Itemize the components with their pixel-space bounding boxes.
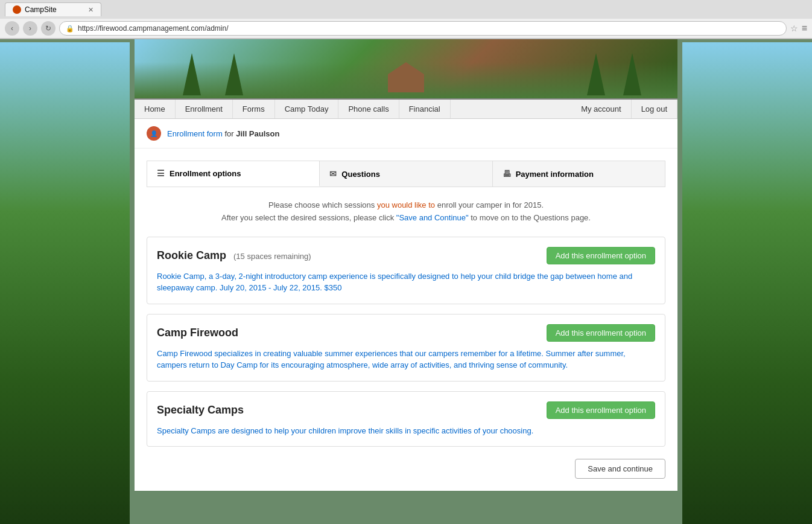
option-card-rookie-camp: Rookie Camp (15 spaces remaining) Add th… xyxy=(147,237,665,304)
nav-bar: Home Enrollment Forms Camp Today Phone c… xyxy=(135,100,677,119)
tab-title: CampSite xyxy=(25,5,57,14)
url-path: /admin/ xyxy=(205,24,228,33)
nav-link-log-out[interactable]: Log out xyxy=(632,100,677,118)
instruction-line1: Please choose which sessions you would l… xyxy=(147,199,665,212)
browser-tab[interactable]: CampSite ✕ xyxy=(5,2,101,16)
enrollment-form-link[interactable]: Enrollment form xyxy=(167,129,223,138)
url-domain: firewood.campmanagement.com xyxy=(100,24,205,33)
option-card-camp-firewood: Camp Firewood Add this enrollment option… xyxy=(147,314,665,382)
instruction-line2-link: "Save and Continue" xyxy=(396,213,469,222)
tree-decoration-4 xyxy=(623,53,641,95)
browser-toolbar: ‹ › ↻ 🔒 https://firewood.campmanagement.… xyxy=(0,19,812,39)
nav-link-enrollment[interactable]: Enrollment xyxy=(176,100,233,118)
option-card-specialty-camps: Specialty Camps Add this enrollment opti… xyxy=(147,391,665,447)
user-avatar: 👤 xyxy=(147,126,161,141)
url-protocol: https:// xyxy=(78,24,100,33)
nav-link-my-account[interactable]: My account xyxy=(571,100,631,118)
option-subtitle-rookie: (15 spaces remaining) xyxy=(233,252,311,261)
center-wrapper: Home Enrollment Forms Camp Today Phone c… xyxy=(0,39,812,491)
instruction-line1-before: Please choose which sessions xyxy=(268,200,377,209)
save-area: Save and continue xyxy=(147,459,665,479)
site-header-image xyxy=(135,39,677,100)
tab-payment-information[interactable]: 🖶 Payment information xyxy=(493,161,665,187)
enrollment-header: 👤 Enrollment form for Jill Paulson xyxy=(135,119,677,149)
tab-questions[interactable]: ✉ Questions xyxy=(320,161,492,187)
option-card-header-firewood: Camp Firewood Add this enrollment option xyxy=(157,324,655,342)
instruction-line1-after: enroll your camper in for 2015. xyxy=(435,200,544,209)
back-button[interactable]: ‹ xyxy=(5,21,19,36)
nav-link-forms[interactable]: Forms xyxy=(233,100,275,118)
instruction-line2-after: to move on to the Questions page. xyxy=(469,213,591,222)
tab-enrollment-options[interactable]: ☰ Enrollment options xyxy=(147,161,320,187)
nav-link-camp-today[interactable]: Camp Today xyxy=(275,100,339,118)
option-title-group-rookie: Rookie Camp (15 spaces remaining) xyxy=(157,249,311,262)
instruction-line2-before: After you select the desired sessions, p… xyxy=(221,213,396,222)
payment-icon: 🖶 xyxy=(503,169,511,179)
add-specialty-camps-button[interactable]: Add this enrollment option xyxy=(547,401,655,419)
nav-links-left: Home Enrollment Forms Camp Today Phone c… xyxy=(135,100,571,118)
tab-close-btn[interactable]: ✕ xyxy=(88,6,94,14)
main-container: Home Enrollment Forms Camp Today Phone c… xyxy=(135,39,677,491)
refresh-button[interactable]: ↻ xyxy=(41,21,56,36)
enrollment-options-icon: ☰ xyxy=(157,168,165,178)
option-title-group-firewood: Camp Firewood xyxy=(157,327,238,339)
option-description-specialty: Specialty Camps are designed to help you… xyxy=(157,425,655,437)
save-and-continue-button[interactable]: Save and continue xyxy=(575,459,665,479)
content-area: 👤 Enrollment form for Jill Paulson ☰ Enr… xyxy=(135,119,677,491)
instruction-line2: After you select the desired sessions, p… xyxy=(147,212,665,225)
forward-button[interactable]: › xyxy=(23,21,37,36)
tree-decoration-3 xyxy=(587,53,605,95)
tree-decoration-2 xyxy=(225,53,243,95)
cabin-decoration xyxy=(388,62,424,92)
questions-icon: ✉ xyxy=(329,169,337,179)
nav-link-home[interactable]: Home xyxy=(135,100,176,118)
address-bar[interactable]: 🔒 https://firewood.campmanagement.com/ad… xyxy=(59,21,787,36)
tab-payment-label: Payment information xyxy=(516,170,594,179)
option-description-rookie: Rookie Camp, a 3-day, 2-night introducto… xyxy=(157,270,655,294)
browser-titlebar: CampSite ✕ xyxy=(0,0,812,19)
instruction-highlight: you would like to xyxy=(377,200,435,209)
url-display: https://firewood.campmanagement.com/admi… xyxy=(78,24,228,33)
bookmark-icon[interactable]: ☆ xyxy=(790,24,798,33)
option-card-header-rookie: Rookie Camp (15 spaces remaining) Add th… xyxy=(157,247,655,264)
option-title-rookie: Rookie Camp xyxy=(157,249,226,262)
option-card-header-specialty: Specialty Camps Add this enrollment opti… xyxy=(157,401,655,419)
step-tabs: ☰ Enrollment options ✉ Questions 🖶 Payme… xyxy=(147,161,665,187)
instructions: Please choose which sessions you would l… xyxy=(147,199,665,225)
browser-chrome: CampSite ✕ ‹ › ↻ 🔒 https://firewood.camp… xyxy=(0,0,812,39)
enrollment-user-name: Jill Paulson xyxy=(236,129,279,138)
tab-questions-label: Questions xyxy=(341,170,380,179)
enrollment-header-text: Enrollment form for Jill Paulson xyxy=(167,129,279,138)
add-camp-firewood-button[interactable]: Add this enrollment option xyxy=(547,324,655,342)
enrollment-for-label: for xyxy=(224,129,233,138)
option-title-group-specialty: Specialty Camps xyxy=(157,404,244,417)
menu-icon[interactable]: ≡ xyxy=(802,23,807,34)
nav-link-financial[interactable]: Financial xyxy=(399,100,451,118)
option-title-firewood: Camp Firewood xyxy=(157,327,238,339)
tree-decoration-1 xyxy=(183,53,201,95)
nav-links-right: My account Log out xyxy=(571,100,677,118)
add-rookie-camp-button[interactable]: Add this enrollment option xyxy=(547,247,655,264)
option-description-firewood: Camp Firewood specializes in creating va… xyxy=(157,348,655,371)
nav-link-phone-calls[interactable]: Phone calls xyxy=(338,100,399,118)
option-title-specialty: Specialty Camps xyxy=(157,404,244,417)
tab-favicon xyxy=(13,5,21,14)
tab-enrollment-options-label: Enrollment options xyxy=(170,169,241,178)
ssl-lock-icon: 🔒 xyxy=(66,25,74,33)
